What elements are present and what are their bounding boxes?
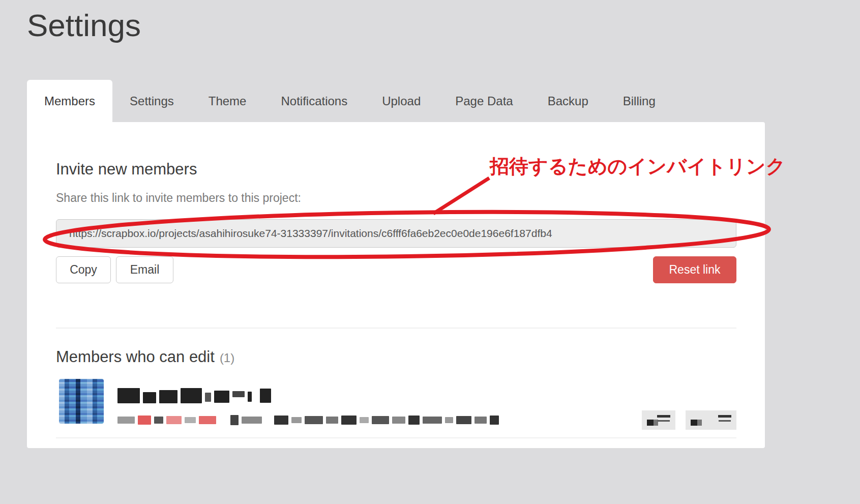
annotation-label: 招待するためのインバイトリンク bbox=[490, 154, 786, 180]
tab-billing[interactable]: Billing bbox=[606, 80, 673, 122]
members-heading: Members who can edit(1) bbox=[56, 348, 234, 366]
invite-link-input[interactable] bbox=[56, 219, 736, 248]
redacted-chip bbox=[642, 410, 675, 430]
settings-screen: Settings Members Settings Theme Notifica… bbox=[0, 0, 860, 504]
tab-settings[interactable]: Settings bbox=[112, 80, 191, 122]
tab-bar: Members Settings Theme Notifications Upl… bbox=[27, 80, 673, 122]
redacted-member-details bbox=[117, 410, 736, 430]
tab-upload[interactable]: Upload bbox=[365, 80, 438, 122]
page-title: Settings bbox=[27, 7, 141, 43]
tab-notifications[interactable]: Notifications bbox=[263, 80, 365, 122]
redacted-chip bbox=[686, 410, 736, 430]
redacted-member-name bbox=[117, 387, 271, 405]
copy-button[interactable]: Copy bbox=[56, 256, 111, 283]
tab-members[interactable]: Members bbox=[27, 80, 112, 122]
reset-link-button[interactable]: Reset link bbox=[653, 256, 736, 283]
tab-theme[interactable]: Theme bbox=[191, 80, 264, 122]
tab-page-data[interactable]: Page Data bbox=[438, 80, 530, 122]
member-row bbox=[59, 379, 736, 430]
member-count-badge: (1) bbox=[220, 351, 234, 365]
email-button[interactable]: Email bbox=[116, 256, 173, 283]
members-heading-label: Members who can edit bbox=[56, 348, 215, 366]
member-list-divider bbox=[56, 437, 736, 438]
invite-section-subheading: Share this link to invite members to thi… bbox=[56, 191, 301, 205]
invite-section-heading: Invite new members bbox=[56, 160, 197, 179]
tab-backup[interactable]: Backup bbox=[530, 80, 606, 122]
member-avatar bbox=[59, 379, 104, 424]
section-divider bbox=[56, 328, 736, 329]
